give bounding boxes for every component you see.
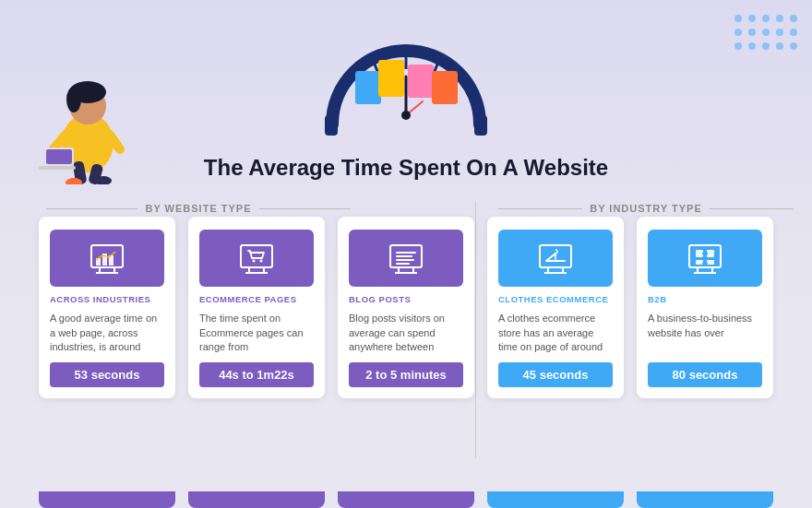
bar-chart-icon <box>87 238 127 278</box>
svg-rect-24 <box>432 71 458 104</box>
bottom-stub-4 <box>487 491 624 508</box>
card-desc-blog: Blog posts visitors on average can spend… <box>349 312 463 354</box>
card-clothes-ecommerce: CLOTHES ECOMMERCE A clothes ecommerce st… <box>487 217 624 398</box>
bottom-stub-2 <box>188 491 325 508</box>
svg-point-14 <box>790 42 797 50</box>
clock-illustration <box>304 5 508 152</box>
card-icon-box-blog <box>349 230 463 287</box>
svg-point-1 <box>748 15 756 22</box>
section-line-right <box>259 208 351 209</box>
svg-point-5 <box>734 29 742 36</box>
card-category-across: ACROSS INDUSTRIES <box>50 294 164 304</box>
section-industry-type: BY INDUSTRY TYPE <box>498 203 794 214</box>
card-badge-blog: 2 to 5 minutes <box>349 362 463 387</box>
card-badge-across: 53 seconds <box>50 362 164 387</box>
svg-point-12 <box>762 42 770 50</box>
svg-point-9 <box>790 29 797 36</box>
list-icon <box>386 238 426 278</box>
svg-point-6 <box>748 29 756 36</box>
svg-point-0 <box>734 15 742 22</box>
svg-rect-73 <box>707 260 714 265</box>
svg-point-11 <box>748 42 756 50</box>
svg-rect-75 <box>702 262 708 265</box>
card-icon-box-clothes <box>498 230 613 287</box>
section-line-left <box>46 208 137 209</box>
svg-point-10 <box>734 42 742 50</box>
svg-point-30 <box>66 87 81 112</box>
svg-point-51 <box>253 260 256 263</box>
svg-point-20 <box>401 111 411 120</box>
svg-point-4 <box>790 15 797 22</box>
card-icon-box-b2b <box>648 230 762 287</box>
website-type-label: BY WEBSITE TYPE <box>145 203 251 214</box>
section-industry-line-right <box>710 208 794 209</box>
svg-point-13 <box>776 42 783 50</box>
card-icon-box-ecommerce <box>199 230 314 287</box>
svg-point-2 <box>762 15 770 22</box>
bottom-stub-3 <box>338 491 474 508</box>
svg-rect-22 <box>378 60 404 97</box>
section-industry-line-left <box>498 208 582 209</box>
card-b2b: B2B A business-to-business website has o… <box>637 217 773 398</box>
bottom-stub-1 <box>39 491 175 508</box>
card-category-clothes: CLOTHES ECOMMERCE <box>498 294 613 304</box>
card-desc-ecommerce: The time spent on Ecommerce pages can ra… <box>199 312 314 354</box>
svg-rect-72 <box>696 260 703 265</box>
industry-type-label: BY INDUSTRY TYPE <box>590 203 702 214</box>
svg-point-7 <box>762 29 770 36</box>
svg-rect-25 <box>325 115 338 136</box>
svg-rect-47 <box>241 245 272 267</box>
hanger-icon <box>535 238 576 278</box>
svg-rect-21 <box>355 71 381 104</box>
svg-rect-23 <box>408 65 434 98</box>
card-badge-b2b: 80 seconds <box>648 362 762 387</box>
card-category-blog: BLOG POSTS <box>349 294 463 304</box>
card-category-b2b: B2B <box>648 294 762 304</box>
card-icon-box-across <box>50 230 164 287</box>
svg-point-3 <box>776 15 783 22</box>
card-blog-posts: BLOG POSTS Blog posts visitors on averag… <box>338 217 474 398</box>
bottom-stub-5 <box>637 491 773 508</box>
card-ecommerce-pages: ECOMMERCE PAGES The time spent on Ecomme… <box>188 217 325 398</box>
card-desc-b2b: A business-to-business website has over <box>648 312 762 354</box>
decorative-dots-tr <box>729 9 803 65</box>
cards-container: ACROSS INDUSTRIES A good average time on… <box>28 217 784 398</box>
svg-point-52 <box>260 260 263 263</box>
card-badge-clothes: 45 seconds <box>498 362 613 387</box>
svg-rect-70 <box>696 250 703 257</box>
svg-rect-26 <box>474 115 487 136</box>
card-desc-clothes: A clothes ecommerce store has an average… <box>498 312 613 354</box>
cart-icon <box>236 238 277 278</box>
card-badge-ecommerce: 44s to 1m22s <box>199 362 314 387</box>
card-desc-across: A good average time on a web page, acros… <box>50 312 164 354</box>
section-website-type: BY WEBSITE TYPE <box>46 203 351 214</box>
svg-rect-71 <box>707 250 714 257</box>
card-across-industries: ACROSS INDUSTRIES A good average time on… <box>39 217 175 398</box>
bottom-strip <box>28 491 784 508</box>
page-title: The Average Time Spent On A Website <box>0 155 812 181</box>
svg-rect-74 <box>702 252 708 255</box>
svg-point-8 <box>776 29 783 36</box>
grid-icon <box>685 238 725 278</box>
card-category-ecommerce: ECOMMERCE PAGES <box>199 294 314 304</box>
